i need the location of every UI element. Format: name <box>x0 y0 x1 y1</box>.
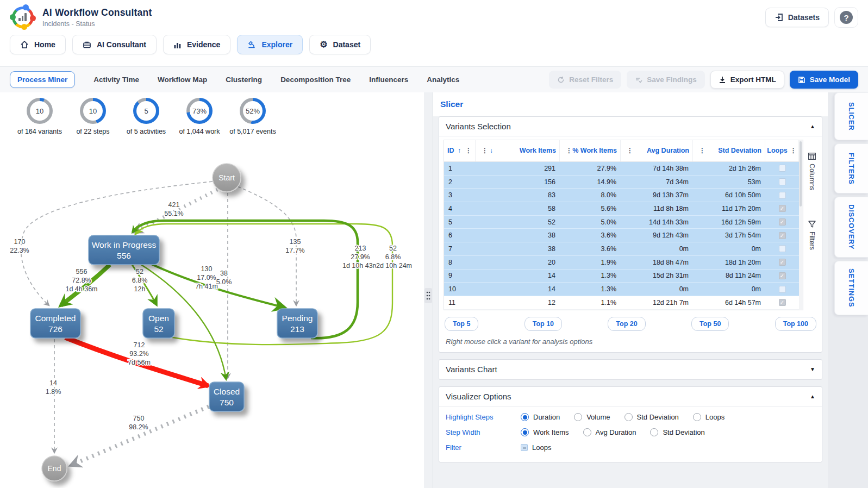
visualizer-options-title: Visualizer Options <box>446 392 511 401</box>
loops-checkbox[interactable] <box>779 178 786 185</box>
viz-row-label[interactable]: Filter <box>446 443 521 452</box>
loops-checkbox[interactable]: ✓ <box>779 259 786 266</box>
nav-explorer-button[interactable]: Explorer <box>237 35 303 54</box>
save-findings-button[interactable]: Save Findings <box>627 71 705 89</box>
top-10-button[interactable]: Top 10 <box>524 317 562 331</box>
save-model-button[interactable]: Save Model <box>790 71 858 89</box>
loops-checkbox[interactable]: ✓ <box>779 299 786 306</box>
avg-duration: 0m <box>621 245 693 253</box>
loops-checkbox[interactable] <box>779 286 786 293</box>
side-tab-settings[interactable]: SETTINGS <box>834 261 868 315</box>
option-loops[interactable]: Loops <box>693 413 725 421</box>
loops-checkbox[interactable]: ✓ <box>779 232 786 239</box>
col-header-work-items[interactable]: ⋮↓Work Items <box>476 140 560 161</box>
variant-row-4[interactable]: 4585.6%11d 8h 18m11d 17h 20m✓ <box>444 202 799 216</box>
option-label: Work Items <box>533 428 569 436</box>
filters-rail-button[interactable]: Filters <box>808 221 816 250</box>
help-button[interactable]: ? <box>834 7 858 28</box>
variant-row-6[interactable]: 6383.6%9d 12h 43m3d 17h 54m✓ <box>444 229 799 242</box>
variant-row-5[interactable]: 5525.0%14d 14h 33m16d 12h 59m✓ <box>444 216 799 229</box>
collapse-up-icon[interactable]: ▲ <box>810 393 815 399</box>
work-items: 38 <box>476 232 560 239</box>
loops-checkbox[interactable] <box>779 165 786 172</box>
option-duration[interactable]: Duration <box>521 413 560 421</box>
side-tab-filters[interactable]: FILTERS <box>834 143 868 193</box>
collapse-down-icon[interactable]: ▼ <box>810 366 815 372</box>
checkbox-icon[interactable] <box>521 444 528 451</box>
variant-id: 2 <box>444 178 476 186</box>
slicer-title: Slicer <box>440 99 463 109</box>
option-work-items[interactable]: Work Items <box>521 428 569 436</box>
nav-home-button[interactable]: Home <box>10 35 66 54</box>
loops-checkbox[interactable] <box>779 192 786 199</box>
variant-row-3[interactable]: 3838.0%9d 13h 37m6d 10h 50m <box>444 189 799 202</box>
tab-activity-time[interactable]: Activity Time <box>93 76 139 84</box>
radio-icon[interactable] <box>693 413 701 421</box>
loops-checkbox[interactable]: ✓ <box>779 205 786 212</box>
radio-icon[interactable] <box>625 413 633 421</box>
col-header-std-deviation[interactable]: ⋮Std Deviation <box>693 140 765 161</box>
radio-icon[interactable] <box>574 413 582 421</box>
option-volume[interactable]: Volume <box>574 413 610 421</box>
loops-checkbox[interactable]: ✓ <box>779 218 786 226</box>
variant-row-7[interactable]: 7383.6%0m0m <box>444 242 799 256</box>
variant-row-10[interactable]: 10141.3%0m0m <box>444 283 799 296</box>
tab-analytics[interactable]: Analytics <box>427 76 459 84</box>
col-header-avg-duration[interactable]: ⋮Avg Duration <box>621 140 693 161</box>
variant-row-8[interactable]: 8201.9%18d 8h 47m18d 1h 20m✓ <box>444 256 799 270</box>
reset-filters-button[interactable]: Reset Filters <box>549 71 621 89</box>
top-50-button[interactable]: Top 50 <box>691 317 729 331</box>
tab-process-miner[interactable]: Process Miner <box>10 71 75 88</box>
loops-checkbox[interactable]: ✓ <box>779 272 786 279</box>
col-header-pct-work-items[interactable]: ⋮% Work Items <box>560 140 621 161</box>
edge-start-to-pending[interactable] <box>238 186 296 305</box>
column-menu-icon[interactable]: ⋮ <box>790 147 797 155</box>
variant-row-9[interactable]: 9141.3%15d 2h 31m8d 11h 24m✓ <box>444 270 799 283</box>
side-tab-discovery[interactable]: DISCOVERY <box>834 197 868 258</box>
app-subtitle: Incidents - Status <box>42 20 152 28</box>
variant-row-11[interactable]: 11121.1%12d 21h 7m6d 14h 57m✓ <box>444 296 799 310</box>
radio-icon[interactable] <box>650 428 658 436</box>
collapse-up-icon[interactable]: ▲ <box>810 123 815 129</box>
option-std-deviation[interactable]: Std Deviation <box>650 428 704 436</box>
tab-influencers[interactable]: Influencers <box>369 76 408 84</box>
nav-ai-consultant-button[interactable]: AI Consultant <box>72 35 157 54</box>
column-menu-icon[interactable]: ⋮ <box>627 147 633 155</box>
side-tab-slicer[interactable]: SLICER <box>834 92 868 140</box>
radio-icon[interactable] <box>521 428 529 436</box>
loops-checkbox[interactable] <box>779 245 786 252</box>
variant-row-2[interactable]: 215614.9%7d 34m53m <box>444 176 799 189</box>
column-menu-icon[interactable]: ⋮ <box>566 147 572 155</box>
top-20-button[interactable]: Top 20 <box>608 317 645 331</box>
top-header: AI Workflow Consultant Incidents - Statu… <box>0 0 868 35</box>
option-avg-duration[interactable]: Avg Duration <box>583 428 636 436</box>
col-header-id[interactable]: ID↑⋮ <box>444 140 476 161</box>
tab-clustering[interactable]: Clustering <box>226 76 262 84</box>
panel-resize-handle[interactable] <box>424 288 432 303</box>
columns-rail-button[interactable]: Columns <box>808 153 816 190</box>
work-items: 291 <box>476 165 560 172</box>
variant-id: 4 <box>444 205 476 212</box>
top-5-button[interactable]: Top 5 <box>445 317 478 331</box>
nav-evidence-button[interactable]: Evidence <box>163 35 230 54</box>
viz-row-label[interactable]: Step Width <box>446 428 521 436</box>
option-loops[interactable]: Loops <box>521 443 551 452</box>
viz-row-label[interactable]: Highlight Steps <box>446 413 521 421</box>
column-menu-icon[interactable]: ⋮ <box>699 147 705 155</box>
export-html-button[interactable]: Export HTML <box>710 71 784 89</box>
tab-decomposition-tree[interactable]: Decomposition Tree <box>280 76 351 84</box>
table-scrollbar[interactable] <box>799 140 803 310</box>
std-deviation: 6d 14h 57m <box>693 299 765 306</box>
radio-icon[interactable] <box>521 413 529 421</box>
nav-dataset-button[interactable]: ⚙ Dataset <box>309 35 371 54</box>
column-menu-icon[interactable]: ⋮ <box>482 147 488 155</box>
column-menu-icon[interactable]: ⋮ <box>465 147 472 155</box>
variants-table-body: 129127.9%7d 14h 38m2d 1h 26m215614.9%7d … <box>444 162 799 310</box>
option-std-deviation[interactable]: Std Deviation <box>625 413 679 421</box>
variant-row-1[interactable]: 129127.9%7d 14h 38m2d 1h 26m <box>444 162 799 176</box>
radio-icon[interactable] <box>583 428 591 436</box>
top-100-button[interactable]: Top 100 <box>775 317 816 331</box>
datasets-button[interactable]: Datasets <box>765 8 829 27</box>
col-header-loops[interactable]: Loops⋮ <box>765 140 799 161</box>
tab-workflow-map[interactable]: Workflow Map <box>158 76 207 84</box>
